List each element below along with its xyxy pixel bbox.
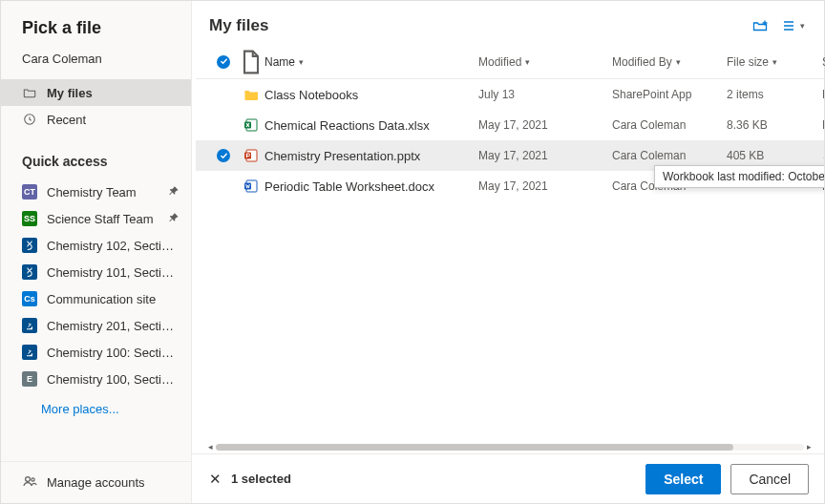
team-badge-icon (22, 318, 37, 333)
quick-access-label: Chemistry 100, Section 1 (47, 372, 180, 387)
nav-recent-label: Recent (47, 113, 86, 127)
docx-icon (238, 178, 264, 194)
size-column-header[interactable]: File size▾ (727, 55, 822, 69)
quick-access-item[interactable]: CTChemistry Team (1, 178, 191, 205)
file-modified: May 17, 2021 (478, 118, 612, 132)
people-icon (22, 473, 47, 492)
file-sharing: Shared (822, 149, 824, 162)
file-modified-by: Cara Coleman (612, 118, 727, 132)
quick-access-label: Chemistry Team (47, 185, 164, 200)
nav-my-files-label: My files (47, 86, 93, 100)
chevron-down-icon: ▾ (676, 57, 681, 67)
page-title: My files (209, 16, 739, 35)
file-modified-by: Cara Coleman (612, 149, 727, 162)
team-badge-icon: E (22, 371, 37, 387)
file-sharing: Private (822, 118, 824, 132)
file-name[interactable]: Class Notebooks (264, 88, 478, 102)
pptx-icon (238, 148, 264, 163)
quick-access-label: Communication site (47, 292, 180, 306)
nav-recent[interactable]: Recent (1, 106, 191, 133)
tooltip: Workbook last modified: October 11 (654, 165, 824, 188)
file-table: Name▾ Modified▾ Modified By▾ File size▾ … (192, 45, 824, 453)
quick-access-item[interactable]: CsCommunication site (1, 285, 191, 312)
view-options-button[interactable]: ▾ (781, 18, 805, 33)
file-modified: July 13 (478, 88, 612, 101)
clock-icon (22, 112, 37, 127)
horizontal-scrollbar[interactable]: ◂ ▸ (196, 440, 824, 453)
footer: ✕ 1 selected Select Cancel (192, 453, 824, 503)
sidebar: Pick a file Cara Coleman My files Recent… (1, 1, 192, 503)
file-modified: May 17, 2021 (478, 179, 612, 193)
folder-icon (238, 87, 264, 102)
svg-point-2 (32, 478, 34, 481)
quick-access-label: Chemistry 102, Section 1 (47, 239, 180, 253)
quick-access-label: Chemistry 101, Section 2 (47, 265, 180, 280)
sidebar-nav: My files Recent (1, 79, 191, 133)
file-name[interactable]: Chemical Reactions Data.xlsx (264, 118, 478, 133)
chevron-down-icon: ▾ (800, 21, 805, 31)
team-badge-icon (22, 238, 37, 253)
table-row[interactable]: Class NotebooksJuly 13SharePoint App2 it… (196, 79, 824, 110)
table-body: Class NotebooksJuly 13SharePoint App2 it… (196, 79, 824, 440)
team-badge-icon: Cs (22, 291, 37, 306)
file-sharing: Private (822, 88, 824, 101)
nav-my-files[interactable]: My files (1, 79, 191, 106)
team-badge-icon (22, 345, 37, 360)
select-button[interactable]: Select (645, 464, 721, 494)
table-row[interactable]: Chemical Reactions Data.xlsxMay 17, 2021… (196, 110, 824, 140)
pin-icon[interactable] (168, 212, 180, 225)
team-badge-icon: CT (22, 184, 37, 200)
team-badge-icon: SS (22, 211, 37, 226)
quick-access-label: Science Staff Team (47, 212, 164, 226)
file-name[interactable]: Chemistry Presentation.pptx (264, 149, 478, 163)
cancel-button[interactable]: Cancel (730, 464, 809, 494)
modified-by-column-header[interactable]: Modified By▾ (612, 55, 727, 69)
quick-access-header: Quick access (1, 133, 191, 178)
quick-access-item[interactable]: EChemistry 100, Section 1 (1, 366, 191, 392)
quick-access-list: CTChemistry TeamSSScience Staff TeamChem… (1, 178, 191, 392)
picker-title: Pick a file (1, 1, 191, 48)
manage-accounts-label: Manage accounts (47, 475, 145, 490)
manage-accounts[interactable]: Manage accounts (1, 461, 191, 503)
file-name[interactable]: Periodic Table Worksheet.docx (264, 179, 478, 194)
clear-selection-button[interactable]: ✕ (209, 471, 222, 488)
table-row[interactable]: Periodic Table Worksheet.docxMay 17, 202… (196, 171, 824, 201)
quick-access-item[interactable]: Chemistry 100: Section 1 (1, 339, 191, 366)
name-column-header[interactable]: Name▾ (264, 55, 478, 69)
chevron-down-icon: ▾ (772, 57, 777, 67)
new-folder-button[interactable] (752, 18, 768, 33)
folder-open-icon (22, 85, 37, 100)
svg-point-1 (26, 477, 31, 482)
pin-icon[interactable] (168, 185, 180, 199)
quick-access-item[interactable]: Chemistry 101, Section 2 (1, 259, 191, 285)
chevron-down-icon: ▾ (299, 57, 304, 67)
quick-access-item[interactable]: Chemistry 201, Section 1 (1, 312, 191, 339)
scroll-right-icon[interactable]: ▸ (804, 442, 814, 452)
check-circle-icon (217, 149, 230, 162)
quick-access-label: Chemistry 100: Section 1 (47, 346, 180, 360)
selection-count: 1 selected (231, 472, 291, 486)
file-modified: May 17, 2021 (478, 149, 612, 162)
file-size: 8.36 KB (727, 118, 822, 132)
main-panel: My files ▾ Name▾ (192, 1, 824, 503)
more-places-link[interactable]: More places... (1, 392, 191, 426)
team-badge-icon (22, 264, 37, 280)
file-modified-by: SharePoint App (612, 88, 727, 101)
modified-column-header[interactable]: Modified▾ (478, 55, 612, 69)
quick-access-item[interactable]: Chemistry 102, Section 1 (1, 232, 191, 259)
xlsx-icon (238, 117, 264, 133)
current-user[interactable]: Cara Coleman (1, 48, 191, 79)
chevron-down-icon: ▾ (525, 57, 530, 67)
main-header: My files ▾ (192, 1, 824, 45)
scroll-left-icon[interactable]: ◂ (205, 442, 216, 452)
quick-access-label: Chemistry 201, Section 1 (47, 319, 180, 333)
selection-info: ✕ 1 selected (209, 471, 291, 488)
table-header: Name▾ Modified▾ Modified By▾ File size▾ … (196, 45, 824, 79)
filetype-column-header[interactable] (238, 49, 264, 75)
file-size: 405 KB (727, 149, 822, 162)
select-all-column[interactable] (209, 55, 238, 69)
quick-access-item[interactable]: SSScience Staff Team (1, 205, 191, 232)
row-select[interactable] (209, 149, 238, 162)
file-size: 2 items (727, 88, 822, 101)
check-circle-icon (217, 55, 230, 69)
